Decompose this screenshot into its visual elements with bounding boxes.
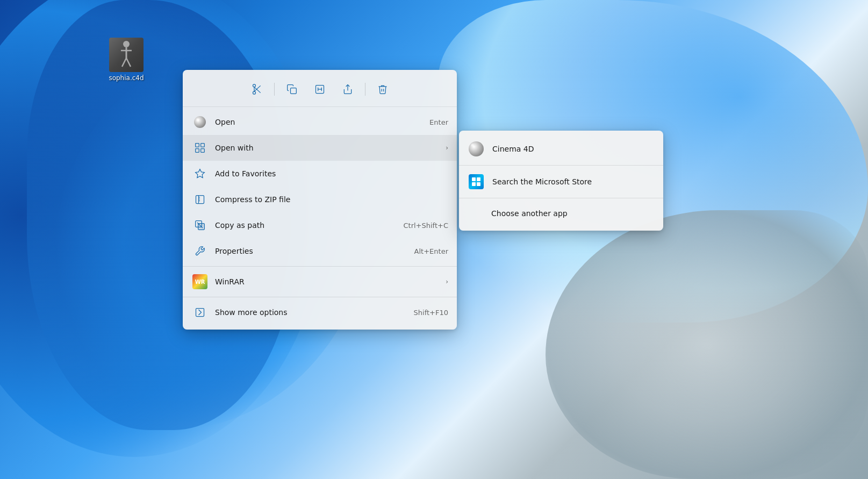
svg-point-6 [253,84,256,87]
toolbar-separator-2 [365,83,365,96]
share-icon [342,84,353,95]
svg-rect-18 [196,149,199,153]
rename-icon [314,84,325,95]
svg-rect-33 [196,309,204,317]
cinema4d-icon [468,140,485,158]
delete-icon [377,84,388,95]
ms-store-label: Search the Microsoft Store [492,177,592,186]
toolbar-cut-button[interactable] [246,78,268,100]
menu-item-copy-path[interactable]: Copy as path Ctrl+Shift+C [183,212,457,238]
open-with-submenu: Cinema 4D Search the Microsoft Store [459,131,663,231]
menu-show-more-shortcut: Shift+F10 [414,309,448,317]
ms-store-icon [468,173,485,190]
menu-item-properties[interactable]: Properties Alt+Enter [183,238,457,264]
compress-icon [195,194,205,205]
svg-line-3 [122,58,126,67]
menu-open-shortcut: Enter [429,118,448,126]
submenu-divider-1 [459,165,663,166]
figure-silhouette-svg [116,40,137,70]
svg-rect-23 [477,182,480,186]
svg-rect-16 [196,144,199,147]
menu-show-more-icon [191,304,209,321]
menu-open-with-label: Open with [215,144,441,152]
c4d-app-icon [194,116,206,128]
toolbar-separator-1 [274,83,275,96]
menu-winrar-label: WinRAR [215,277,446,286]
desktop-icon-label: sophia.c4d [109,74,144,82]
svg-point-0 [123,41,130,47]
menu-properties-shortcut: Alt+Enter [414,247,448,255]
svg-rect-21 [477,177,480,181]
menu-compress-label: Compress to ZIP file [215,195,448,204]
submenu-item-ms-store[interactable]: Search the Microsoft Store [459,168,663,196]
menu-item-open[interactable]: Open Enter [183,109,457,135]
wrench-icon [195,246,205,256]
svg-rect-10 [291,88,297,94]
cinema4d-label: Cinema 4D [492,145,534,153]
winrar-icon-graphic: WR [192,274,207,289]
menu-item-add-favorites[interactable]: Add to Favorites [183,161,457,187]
menu-open-with-icon [191,139,209,156]
menu-properties-label: Properties [215,247,406,255]
submenu-divider-2 [459,198,663,198]
menu-add-favorites-icon [191,165,209,182]
menu-compress-icon [191,191,209,208]
menu-open-with-arrow: › [446,144,448,152]
open-with-icon-svg [195,142,205,153]
choose-another-label: Choose another app [491,209,568,218]
toolbar-delete-button[interactable] [372,78,393,100]
svg-rect-25 [196,196,204,204]
menu-copy-path-icon [191,217,209,234]
svg-point-5 [253,91,256,94]
context-menu-toolbar [183,74,457,107]
menu-divider-1 [183,266,457,267]
submenu-item-cinema4d[interactable]: Cinema 4D [459,135,663,163]
desktop-icon-sophia-c4d[interactable]: sophia.c4d [105,38,148,82]
svg-marker-24 [196,169,205,178]
star-icon [195,168,205,179]
menu-item-show-more[interactable]: Show more options Shift+F10 [183,299,457,325]
ms-store-icon-graphic [469,174,484,189]
menu-properties-icon [191,242,209,260]
copy-path-icon [195,220,205,231]
menu-copy-path-label: Copy as path [215,221,394,230]
menu-open-label: Open [215,118,421,126]
svg-rect-19 [201,149,205,153]
submenu-item-choose-another[interactable]: Choose another app [459,201,663,226]
context-menu: Open Enter Open with › Cinema 4D [183,70,457,330]
svg-rect-17 [201,144,205,147]
menu-winrar-icon: WR [191,273,209,290]
toolbar-copy-button[interactable] [281,78,303,100]
menu-copy-path-shortcut: Ctrl+Shift+C [403,221,448,230]
cut-icon [252,84,262,95]
menu-show-more-label: Show more options [215,308,405,317]
svg-line-4 [126,58,131,67]
menu-item-open-with[interactable]: Open with › Cinema 4D [183,135,457,161]
menu-item-winrar[interactable]: WR WinRAR › [183,269,457,295]
svg-rect-22 [472,182,476,186]
show-more-icon [195,307,205,318]
toolbar-rename-button[interactable] [309,78,331,100]
menu-winrar-arrow: › [446,278,448,285]
svg-rect-20 [472,177,476,181]
toolbar-share-button[interactable] [337,78,358,100]
menu-open-icon [191,113,209,131]
menu-add-favorites-label: Add to Favorites [215,169,448,178]
menu-item-compress[interactable]: Compress to ZIP file [183,187,457,212]
menu-divider-2 [183,297,457,297]
copy-icon [286,84,297,95]
desktop-icon-thumbnail [109,38,144,72]
